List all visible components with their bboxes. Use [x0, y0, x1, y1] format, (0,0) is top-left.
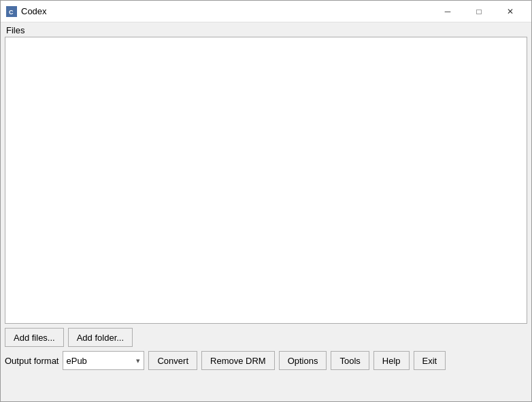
- close-button[interactable]: ✕: [495, 1, 526, 22]
- options-button[interactable]: Options: [279, 351, 327, 370]
- remove-drm-button[interactable]: Remove DRM: [201, 351, 275, 370]
- bottom-controls: Add files... Add folder... Output format…: [5, 328, 527, 370]
- window-title: Codex: [21, 6, 47, 16]
- files-label: Files: [5, 25, 527, 35]
- exit-button[interactable]: Exit: [414, 351, 446, 370]
- status-bar: [1, 374, 531, 401]
- format-select-wrapper: ePub MOBI AZW3 PDF DOCX TXT RTF HTML: [63, 351, 144, 370]
- format-select[interactable]: ePub MOBI AZW3 PDF DOCX TXT RTF HTML: [63, 351, 144, 370]
- main-content: Files Add files... Add folder... Output …: [1, 22, 531, 374]
- title-bar-controls: ─ □ ✕: [432, 1, 526, 22]
- minimize-button[interactable]: ─: [432, 1, 463, 22]
- action-row: Output format ePub MOBI AZW3 PDF DOCX TX…: [5, 351, 527, 370]
- app-icon: C: [6, 6, 17, 17]
- tools-button[interactable]: Tools: [331, 351, 369, 370]
- title-bar: C Codex ─ □ ✕: [1, 1, 531, 22]
- svg-text:C: C: [9, 9, 14, 16]
- output-format-label: Output format: [5, 356, 59, 366]
- add-folder-button[interactable]: Add folder...: [68, 328, 133, 347]
- convert-button[interactable]: Convert: [148, 351, 197, 370]
- title-bar-left: C Codex: [6, 6, 47, 17]
- app-window: C Codex ─ □ ✕ Files Add files... Add fol…: [0, 0, 532, 402]
- help-button[interactable]: Help: [373, 351, 410, 370]
- add-files-button[interactable]: Add files...: [5, 328, 64, 347]
- add-buttons-row: Add files... Add folder...: [5, 328, 527, 347]
- maximize-button[interactable]: □: [463, 1, 495, 22]
- file-list-area: [5, 37, 527, 324]
